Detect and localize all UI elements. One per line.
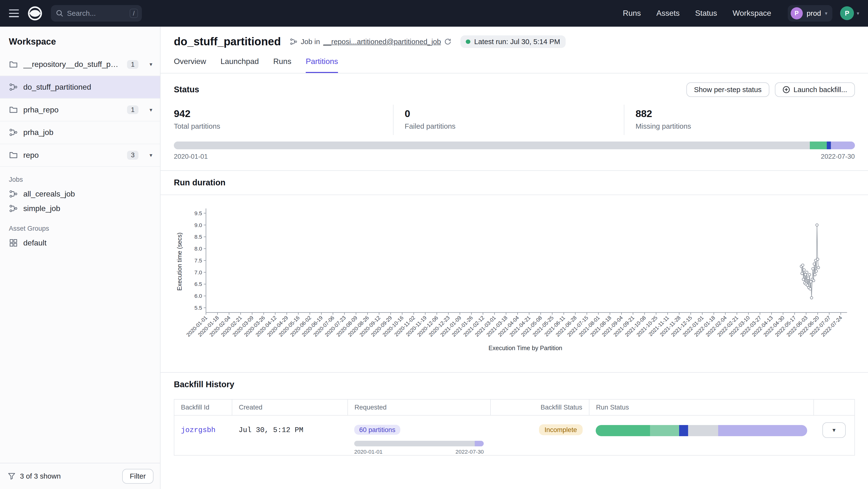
latest-run-label: Latest run: Jul 30, 5:14 PM bbox=[474, 38, 560, 46]
bar-segment bbox=[596, 425, 650, 436]
chevron-down-icon: ▾ bbox=[825, 11, 827, 16]
stat-value: 942 bbox=[174, 108, 393, 120]
folder-icon bbox=[9, 105, 18, 115]
sidebar-item-label: prha_repo bbox=[23, 105, 59, 115]
data-point bbox=[816, 258, 819, 261]
chart-y-axis-label: Execution time (secs) bbox=[176, 232, 183, 291]
backfill-table-area: Backfill IdCreatedRequestedBackfill Stat… bbox=[160, 395, 868, 456]
sidebar-item-prha-job[interactable]: prha_job bbox=[0, 121, 160, 144]
stat-value: 882 bbox=[636, 108, 855, 120]
sidebar-item-do-stuff-partitioned[interactable]: do_stuff_partitioned bbox=[0, 76, 160, 99]
show-per-step-status-button[interactable]: Show per-step status bbox=[686, 83, 769, 97]
bar-segment bbox=[650, 425, 679, 436]
backfill-status-badge: Incomplete bbox=[539, 424, 583, 435]
data-point bbox=[808, 273, 811, 276]
job-icon bbox=[9, 190, 18, 198]
backfill-row-menu-button[interactable]: ▾ bbox=[823, 422, 846, 438]
asset-group-icon bbox=[9, 238, 18, 248]
svg-text:8.0: 8.0 bbox=[194, 246, 202, 252]
data-point bbox=[810, 296, 813, 299]
nav-link-status[interactable]: Status bbox=[695, 9, 717, 18]
stat-total-partitions: 942Total partitions bbox=[174, 105, 393, 135]
deployment-switcher[interactable]: P prod ▾ bbox=[788, 5, 832, 22]
requested-partitions-chip[interactable]: 60 partitions bbox=[354, 425, 400, 435]
run-duration-chart: Execution time (secs) Execution Time by … bbox=[174, 204, 860, 364]
launch-backfill-button[interactable]: Launch backfill... bbox=[775, 83, 855, 97]
bar-segment bbox=[475, 441, 484, 446]
data-point bbox=[807, 277, 810, 280]
sidebar-item-prha-repo[interactable]: prha_repo1▾ bbox=[0, 99, 160, 121]
chevron-down-icon[interactable]: ▾ bbox=[150, 152, 152, 159]
data-point bbox=[813, 263, 816, 265]
chevron-down-icon[interactable]: ▾ bbox=[150, 61, 152, 68]
data-point bbox=[812, 279, 815, 282]
bar-segment bbox=[831, 141, 855, 149]
stat-failed-partitions: 0Failed partitions bbox=[393, 105, 624, 135]
column-header-created: Created bbox=[232, 399, 348, 415]
run-status-bar[interactable] bbox=[596, 425, 807, 436]
svg-text:9.0: 9.0 bbox=[194, 222, 202, 228]
sidebar-item-repo[interactable]: repo3▾ bbox=[0, 144, 160, 167]
backfill-history-header: Backfill History bbox=[160, 372, 868, 395]
sidebar-item-label: default bbox=[23, 238, 46, 248]
column-header-actions bbox=[814, 399, 855, 415]
tab-launchpad[interactable]: Launchpad bbox=[221, 57, 259, 73]
column-header-run-status: Run Status bbox=[589, 399, 814, 415]
partition-range-start: 2020-01-01 bbox=[174, 153, 208, 160]
dagster-logo-icon[interactable] bbox=[27, 5, 43, 22]
tab-overview[interactable]: Overview bbox=[174, 57, 206, 73]
sidebar-item-default[interactable]: default bbox=[0, 235, 160, 250]
nav-link-workspace[interactable]: Workspace bbox=[733, 9, 771, 18]
sidebar-item-label: do_stuff_partitioned bbox=[23, 83, 91, 92]
job-icon bbox=[9, 204, 18, 213]
svg-text:8.5: 8.5 bbox=[194, 234, 202, 240]
job-breadcrumb-link[interactable]: __reposi...artitioned@partitioned_job bbox=[323, 38, 441, 46]
data-point bbox=[803, 268, 805, 271]
backfill-created-timestamp: Jul 30, 5:12 PM bbox=[239, 426, 303, 434]
hamburger-menu-icon[interactable] bbox=[9, 9, 19, 17]
nav-link-runs[interactable]: Runs bbox=[623, 9, 641, 18]
search-input[interactable]: Search... / bbox=[51, 5, 142, 22]
sidebar-item-label: all_cereals_job bbox=[23, 190, 75, 198]
status-section-title: Status bbox=[174, 85, 199, 94]
column-header-backfill-status: Backfill Status bbox=[491, 399, 589, 415]
partition-range-end: 2022-07-30 bbox=[821, 153, 855, 160]
latest-run-chip[interactable]: Latest run: Jul 30, 5:14 PM bbox=[460, 35, 566, 48]
data-point bbox=[812, 267, 814, 270]
deployment-label: prod bbox=[807, 9, 821, 18]
data-point bbox=[809, 287, 811, 290]
sidebar-item-simple-job[interactable]: simple_job bbox=[0, 201, 160, 216]
partition-bar-labels: 2020-01-01 2022-07-30 bbox=[174, 153, 855, 160]
filter-button[interactable]: Filter bbox=[122, 469, 153, 484]
shown-count-label: 3 of 3 shown bbox=[20, 472, 61, 480]
tab-partitions[interactable]: Partitions bbox=[306, 57, 338, 73]
backfill-table: Backfill IdCreatedRequestedBackfill Stat… bbox=[174, 399, 855, 456]
main-content: do_stuff_partitioned Job in __reposi...a… bbox=[160, 27, 868, 489]
item-count-badge: 1 bbox=[127, 105, 138, 115]
chevron-down-icon[interactable]: ▾ bbox=[150, 107, 152, 113]
chevron-down-icon: ▾ bbox=[857, 11, 859, 16]
bar-segment bbox=[679, 425, 688, 436]
sidebar-item-all-cereals-job[interactable]: all_cereals_job bbox=[0, 187, 160, 201]
nav-link-assets[interactable]: Assets bbox=[656, 9, 680, 18]
backfill-id-link[interactable]: jozrgsbh bbox=[181, 426, 215, 434]
stat-label: Missing partitions bbox=[636, 122, 855, 130]
run-duration-chart-area: Execution time (secs) Execution Time by … bbox=[160, 195, 868, 372]
partition-status-bar[interactable] bbox=[174, 141, 855, 149]
topnav-links: RunsAssetsStatusWorkspace bbox=[623, 9, 771, 18]
deployment-avatar: P bbox=[790, 7, 803, 20]
stat-label: Failed partitions bbox=[405, 122, 624, 130]
backfill-table-row: jozrgsbh Jul 30, 5:12 PM 60 partitions 2… bbox=[174, 415, 855, 455]
data-point bbox=[805, 271, 808, 273]
workspace-sidebar: Workspace __repository__do_stuff_partiti… bbox=[0, 27, 160, 489]
requested-progress-bar bbox=[354, 441, 484, 446]
search-placeholder: Search... bbox=[67, 9, 126, 18]
user-menu[interactable]: P ▾ bbox=[840, 6, 859, 20]
folder-icon bbox=[9, 151, 18, 160]
svg-text:5.5: 5.5 bbox=[194, 304, 202, 311]
job-breadcrumb: Job in __reposi...artitioned@partitioned… bbox=[290, 38, 452, 46]
repo-list: __repository__do_stuff_partitio...1▾do_s… bbox=[0, 53, 160, 167]
tab-runs[interactable]: Runs bbox=[273, 57, 291, 73]
refresh-icon[interactable] bbox=[444, 38, 452, 45]
sidebar-item-repository-do-stuff-partitio[interactable]: __repository__do_stuff_partitio...1▾ bbox=[0, 53, 160, 76]
